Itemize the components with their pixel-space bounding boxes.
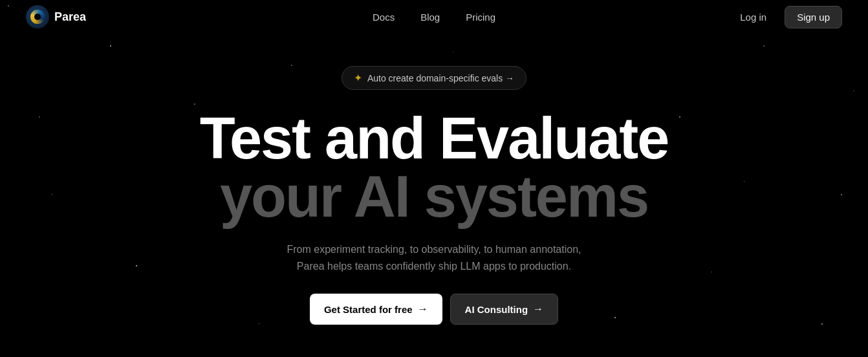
ai-consulting-button[interactable]: AI Consulting → [450,294,559,325]
logo-text: Parea [54,10,86,24]
banner-pill[interactable]: ✦ Auto create domain-specific evals → [342,66,526,90]
get-started-button[interactable]: Get Started for free → [310,294,442,325]
subtext-line2: Parea helps teams confidently ship LLM a… [297,261,571,272]
banner-text: Auto create domain-specific evals → [367,73,514,83]
nav-link-pricing[interactable]: Pricing [466,12,495,23]
logo-icon [26,5,49,28]
headline-line2: your AI systems [200,168,669,226]
get-started-label: Get Started for free [324,304,413,315]
signup-button[interactable]: Sign up [785,6,842,28]
hero-subtext: From experiment tracking, to observabili… [287,241,581,274]
ai-consulting-label: AI Consulting [465,304,528,315]
nav-logo-group: Parea [26,5,86,28]
nav-auth: Log in Sign up [732,6,842,28]
login-button[interactable]: Log in [732,6,774,28]
hero-section: ✦ Auto create domain-specific evals → Te… [0,34,868,325]
ai-consulting-arrow: → [533,303,543,315]
get-started-arrow: → [418,303,428,315]
hero-headline: Test and Evaluate your AI systems [200,109,669,226]
nav-link-docs[interactable]: Docs [373,12,395,23]
subtext-line1: From experiment tracking, to observabili… [287,244,581,255]
nav-link-blog[interactable]: Blog [420,12,440,23]
navbar: Parea Docs Blog Pricing Log in Sign up [0,0,868,34]
cta-row: Get Started for free → AI Consulting → [310,294,558,325]
headline-line1: Test and Evaluate [200,109,669,168]
nav-links: Docs Blog Pricing [373,12,495,23]
sparkle-icon: ✦ [354,72,362,84]
